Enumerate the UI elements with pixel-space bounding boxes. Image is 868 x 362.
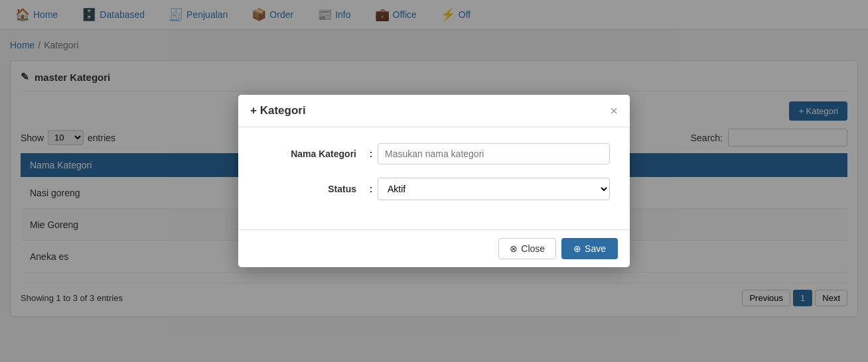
close-icon: ⊗ [510,243,518,254]
save-icon: ⊕ [573,243,581,254]
nama-colon: : [364,149,378,159]
close-button[interactable]: ⊗ Close [498,238,556,259]
modal-footer: ⊗ Close ⊕ Save [238,229,630,267]
modal-title: + Kategori [250,104,306,117]
modal-overlay: + Kategori × Nama Kategori : Status : Ak… [0,0,868,327]
status-colon: : [364,184,378,194]
modal-close-x-button[interactable]: × [610,104,618,117]
status-select-wrapper: Aktif Tidak Aktif [378,178,610,200]
status-label: Status [258,184,364,194]
status-select[interactable]: Aktif Tidak Aktif [378,178,610,200]
form-row-status: Status : Aktif Tidak Aktif [258,178,610,200]
save-button[interactable]: ⊕ Save [561,238,618,259]
save-button-label: Save [585,243,606,254]
modal-header: + Kategori × [238,95,630,127]
modal: + Kategori × Nama Kategori : Status : Ak… [238,95,630,267]
nama-kategori-input[interactable] [378,143,610,164]
close-button-label: Close [521,243,545,254]
form-row-nama: Nama Kategori : [258,143,610,164]
nama-input-wrapper [378,143,610,164]
nama-label: Nama Kategori [258,149,364,159]
modal-body: Nama Kategori : Status : Aktif Tidak Akt… [238,127,630,229]
